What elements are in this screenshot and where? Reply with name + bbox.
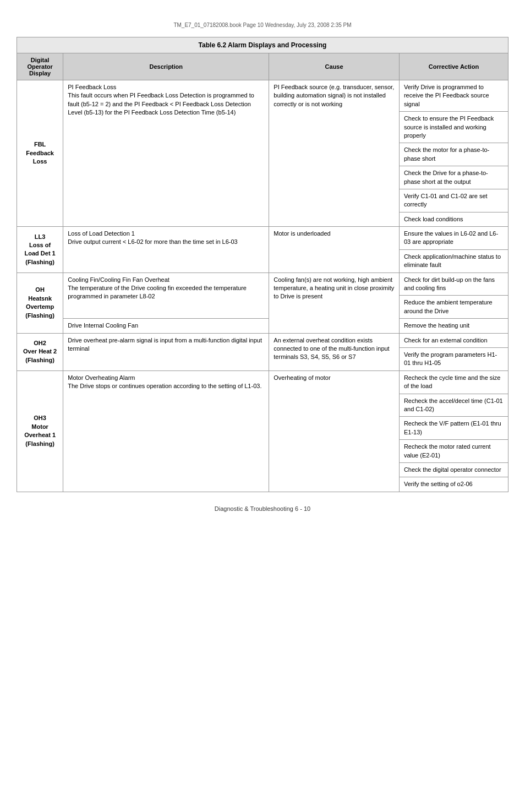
desc-oh-2: Drive Internal Cooling Fan: [63, 319, 269, 333]
col-header-display: DigitalOperator Display: [17, 53, 63, 80]
desc-oh2: Drive overheat pre-alarm signal is input…: [63, 333, 269, 370]
cause-oh3: Overheating of motor: [269, 370, 400, 492]
corrective-oh-1: Check for dirt build-up on the fans and …: [399, 273, 508, 296]
desc-oh-1: Cooling Fin/Cooling Fin Fan OverheatThe …: [63, 273, 269, 319]
corrective-fbl-2: Check to ensure the PI Feedback source i…: [399, 112, 508, 143]
table-row: LL3Loss of Load Det 1(Flashing) Loss of …: [17, 227, 508, 250]
corrective-ll3-2: Check application/machine status to elim…: [399, 249, 508, 273]
corrective-fbl-5: Verify C1-01 and C1-02 are set correctly: [399, 189, 508, 212]
corrective-fbl-4: Check the Drive for a phase-to-phase sho…: [399, 166, 508, 189]
cause-fbl: PI Feedback source (e.g. transducer, sen…: [269, 80, 400, 227]
table-title: Table 6.2 Alarm Displays and Processing: [17, 37, 508, 53]
corrective-oh3-2: Recheck the accel/decel time (C1-01 and …: [399, 394, 508, 417]
page-header: TM_E7_01_07182008.book Page 10 Wednesday…: [17, 22, 508, 28]
desc-fbl: PI Feedback LossThis fault occurs when P…: [63, 80, 269, 227]
display-oh3: OH3Motor Overheat 1(Flashing): [17, 370, 63, 492]
col-header-corrective: Corrective Action: [399, 53, 508, 80]
table-row: FBLFeedback Loss PI Feedback LossThis fa…: [17, 80, 508, 112]
corrective-oh2-1: Check for an external condition: [399, 333, 508, 347]
table-row: OHHeatsnk Overtemp(Flashing) Cooling Fin…: [17, 273, 508, 296]
table-row: OH3Motor Overheat 1(Flashing) Motor Over…: [17, 370, 508, 394]
corrective-oh2-2: Verify the program parameters H1-01 thru…: [399, 347, 508, 370]
page-footer: Diagnostic & Troubleshooting 6 - 10: [17, 505, 508, 512]
display-fbl: FBLFeedback Loss: [17, 80, 63, 227]
table-row: Drive Internal Cooling Fan Remove the he…: [17, 319, 508, 333]
display-ll3: LL3Loss of Load Det 1(Flashing): [17, 227, 63, 273]
col-header-description: Description: [63, 53, 269, 80]
corrective-fbl-6: Check load conditions: [399, 212, 508, 226]
corrective-ll3-1: Ensure the values in L6-02 and L6-03 are…: [399, 227, 508, 250]
display-oh: OHHeatsnk Overtemp(Flashing): [17, 273, 63, 333]
desc-oh3: Motor Overheating AlarmThe Drive stops o…: [63, 370, 269, 492]
cause-oh: Cooling fan(s) are not working, high amb…: [269, 273, 400, 333]
corrective-oh-3: Remove the heating unit: [399, 319, 508, 333]
desc-ll3: Loss of Load Detection 1Drive output cur…: [63, 227, 269, 273]
corrective-oh3-1: Recheck the cycle time and the size of t…: [399, 370, 508, 394]
cause-ll3: Motor is underloaded: [269, 227, 400, 273]
corrective-oh3-3: Recheck the V/F pattern (E1-01 thru E1-1…: [399, 417, 508, 440]
alarm-table: DigitalOperator Display Description Caus…: [17, 53, 508, 492]
corrective-fbl-3: Check the motor for a phase-to-phase sho…: [399, 143, 508, 166]
table-row: OH2Over Heat 2(Flashing) Drive overheat …: [17, 333, 508, 347]
corrective-oh3-6: Verify the setting of o2-06: [399, 477, 508, 492]
corrective-oh3-5: Check the digital operator connector: [399, 462, 508, 477]
corrective-oh-2: Reduce the ambient temperature around th…: [399, 296, 508, 319]
col-header-cause: Cause: [269, 53, 400, 80]
corrective-oh3-4: Recheck the motor rated current value (E…: [399, 440, 508, 463]
display-oh2: OH2Over Heat 2(Flashing): [17, 333, 63, 370]
cause-oh2: An external overheat condition exists co…: [269, 333, 400, 370]
corrective-fbl-1: Verify Drive is programmed to receive th…: [399, 80, 508, 112]
